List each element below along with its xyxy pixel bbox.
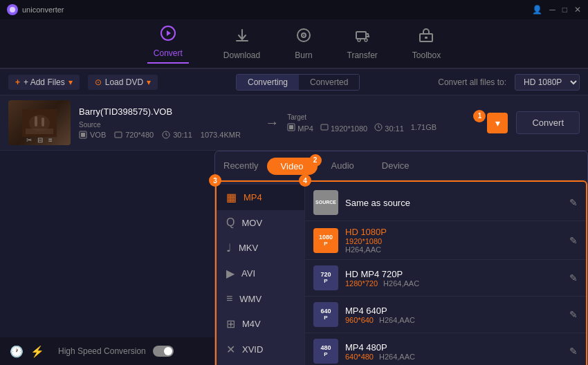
nav-item-convert[interactable]: Convert [147,25,189,62]
format-right-list: SOURCE Same as source ✎ 1080 P [305,180,587,365]
format-item-mp4[interactable]: ▦ MP4 [217,185,304,210]
format-left-list: ▦ MP4 Q MOV ♩ MKV ▶ AVI [215,180,305,365]
mkv-icon: ♩ [226,241,232,254]
tab-converting[interactable]: Converting [237,75,299,90]
app-logo [7,4,18,15]
speed-label: High Speed Conversion [58,346,146,356]
nav-underline-convert [147,62,189,64]
svg-rect-18 [115,132,122,138]
menu-icon[interactable]: ≡ [48,136,53,144]
nav-label-burn: Burn [295,50,312,60]
source-label: Source [79,121,257,129]
source-size: 1073.4KMR [201,131,241,139]
recently-label: Recently [223,160,259,171]
nav-item-toolbox[interactable]: Toolbox [412,27,441,60]
qi-720-icon: 720 P [313,265,338,290]
target-format: MP4 [287,123,313,133]
cut-icon[interactable]: ✂ [26,136,32,144]
edit-source-icon[interactable]: ✎ [569,197,578,208]
convert-button[interactable]: Convert [516,111,580,134]
edit-720-icon[interactable]: ✎ [569,272,578,283]
quality-item-source[interactable]: SOURCE Same as source ✎ [305,185,586,221]
bubble-2: 2 [309,154,322,167]
svg-point-7 [358,39,360,41]
maximize-icon[interactable]: □ [562,5,567,15]
load-dvd-button[interactable]: ⊙ Load DVD ▾ [88,75,158,90]
nav-item-transfer[interactable]: Transfer [347,27,378,60]
svg-point-5 [303,35,304,36]
quality-codec-1080: H264,AAC [345,245,562,254]
mov-icon: Q [226,216,235,229]
add-files-button[interactable]: + + Add Files ▾ [8,75,80,90]
title-bar-controls: 👤 ─ □ ✕ [532,5,581,15]
quality-item-640[interactable]: 640 P MP4 640P 960*640 H264,AAC ✎ [305,297,586,333]
nav-label-transfer: Transfer [347,50,378,60]
main-content: ✂ ⊟ ≡ Barry(TID398575).VOB Source VOB 72… [0,95,588,337]
nav-item-download[interactable]: Download [223,27,260,60]
nav-item-burn[interactable]: Burn [295,27,312,60]
toolbar: + + Add Files ▾ ⊙ Load DVD ▾ Converting … [0,69,588,95]
thumb-controls: ✂ ⊟ ≡ [8,136,71,144]
quality-info-1080: HD 1080P 1920*1080 H264,AAC [345,227,562,254]
minimize-icon[interactable]: ─ [549,5,555,15]
quality-info-720: HD MP4 720P 1280*720 H264,AAC [345,269,562,288]
user-icon[interactable]: 👤 [532,5,542,15]
quality-item-480[interactable]: 480 P MP4 480P 640*480 H264,AAC ✎ [305,333,586,365]
nav-label-convert: Convert [154,48,183,58]
transfer-nav-icon [354,27,371,48]
format-item-avi[interactable]: ▶ AVI [217,261,304,286]
svg-rect-15 [42,118,44,127]
quality-codec-640: H264,AAC [379,316,415,324]
mp4-icon: ▦ [226,191,237,204]
tab-device[interactable]: Device [368,157,423,174]
download-nav-icon [234,27,250,48]
edit-640-icon[interactable]: ✎ [569,309,578,320]
quality-res-480: 640*480 [345,353,374,361]
qi-480-icon: 480 P [313,339,338,364]
format-item-mov[interactable]: Q MOV [217,210,304,235]
bubble-4: 4 [299,174,311,187]
app-name: uniconverter [22,6,64,14]
format-item-wmv[interactable]: ≡ WMV [217,286,304,311]
trim-icon[interactable]: ⊟ [37,136,43,144]
quality-info-480: MP4 480P 640*480 H264,AAC [345,342,562,361]
edit-480-icon[interactable]: ✎ [569,346,578,357]
svg-rect-24 [321,124,328,130]
format-item-m4v[interactable]: ⊞ M4V [217,311,304,337]
quality-item-1080[interactable]: 1080 P HD 1080P 1920*1080 H264,AAC ✎ [305,221,586,260]
load-dvd-label: Load DVD [105,77,143,87]
mov-label: MOV [241,218,262,228]
m4v-icon: ⊞ [226,317,235,330]
close-icon[interactable]: ✕ [574,5,581,15]
speed-toggle[interactable] [153,346,174,357]
file-info: Barry(TID398575).VOB Source VOB 720*480 … [79,106,257,139]
nav-label-download: Download [223,50,260,60]
svg-line-27 [378,127,380,128]
format-item-mkv[interactable]: ♩ MKV [217,235,304,261]
edit-1080-icon[interactable]: ✎ [569,235,578,246]
tab-converted[interactable]: Converted [299,75,359,90]
tab-audio[interactable]: Audio [318,157,368,174]
load-dvd-dropdown-icon[interactable]: ▾ [147,77,151,87]
target-dropdown-button[interactable]: ▾ [487,113,508,133]
nav-label-toolbox: Toolbox [412,50,441,60]
format-item-ace[interactable]: ⊡ ACE [217,362,304,365]
convert-all-select[interactable]: HD 1080P HD 720P 4K MP4 [515,74,580,91]
avi-label: AVI [241,268,255,279]
format-item-xvid[interactable]: ✕ XVID [217,337,304,362]
quality-info-640: MP4 640P 960*640 H264,AAC [345,306,562,324]
target-label: Target [287,113,465,121]
file-meta: VOB 720*480 30:11 1073.4KMR [79,131,257,139]
svg-rect-17 [81,133,85,137]
schedule-icon[interactable]: 🕐 [10,345,24,358]
quality-item-720[interactable]: 720 P HD MP4 720P 1280*720 H264,AAC ✎ [305,260,586,297]
quality-codec-720: H264,AAC [383,279,419,288]
target-size: 1.71GB [411,123,437,133]
tab-group: Converting Converted [236,74,360,91]
add-files-dropdown-icon[interactable]: ▾ [68,77,73,87]
arrow-icon: → [265,115,279,131]
toggle-dot [164,347,172,355]
format-tabs-row: Recently 2 Video Audio Device [215,151,587,180]
svg-rect-10 [425,37,428,39]
wmv-label: WMV [239,294,261,304]
